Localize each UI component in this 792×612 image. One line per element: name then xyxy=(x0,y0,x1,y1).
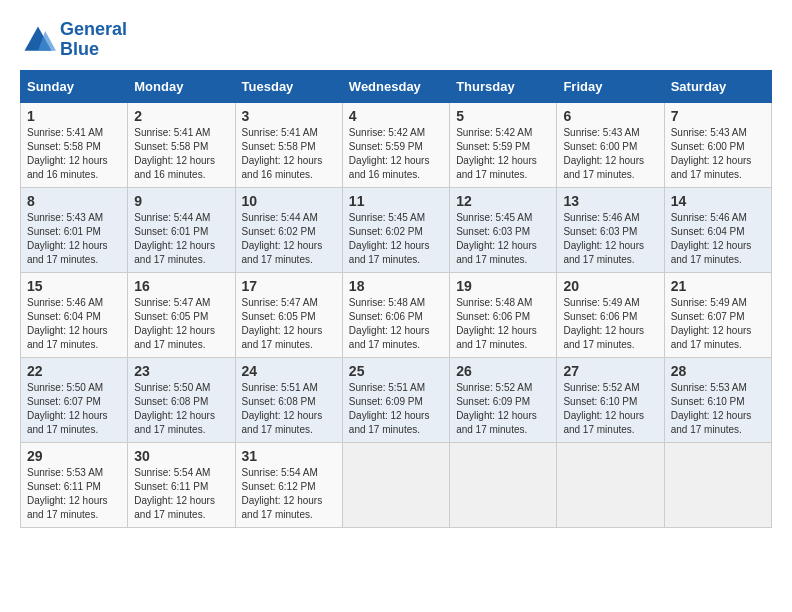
day-info: Sunrise: 5:43 AM Sunset: 6:01 PM Dayligh… xyxy=(27,211,121,267)
day-info: Sunrise: 5:47 AM Sunset: 6:05 PM Dayligh… xyxy=(134,296,228,352)
day-info: Sunrise: 5:49 AM Sunset: 6:07 PM Dayligh… xyxy=(671,296,765,352)
day-number: 17 xyxy=(242,278,336,294)
day-info: Sunrise: 5:46 AM Sunset: 6:03 PM Dayligh… xyxy=(563,211,657,267)
day-number: 9 xyxy=(134,193,228,209)
calendar-cell: 5 Sunrise: 5:42 AM Sunset: 5:59 PM Dayli… xyxy=(450,102,557,187)
day-number: 25 xyxy=(349,363,443,379)
day-number: 18 xyxy=(349,278,443,294)
calendar-cell: 8 Sunrise: 5:43 AM Sunset: 6:01 PM Dayli… xyxy=(21,187,128,272)
calendar-cell: 20 Sunrise: 5:49 AM Sunset: 6:06 PM Dayl… xyxy=(557,272,664,357)
weekday-header: Thursday xyxy=(450,70,557,102)
day-info: Sunrise: 5:50 AM Sunset: 6:08 PM Dayligh… xyxy=(134,381,228,437)
calendar-header-row: SundayMondayTuesdayWednesdayThursdayFrid… xyxy=(21,70,772,102)
day-info: Sunrise: 5:42 AM Sunset: 5:59 PM Dayligh… xyxy=(456,126,550,182)
calendar-cell: 27 Sunrise: 5:52 AM Sunset: 6:10 PM Dayl… xyxy=(557,357,664,442)
day-info: Sunrise: 5:49 AM Sunset: 6:06 PM Dayligh… xyxy=(563,296,657,352)
logo: General Blue xyxy=(20,20,127,60)
day-info: Sunrise: 5:51 AM Sunset: 6:09 PM Dayligh… xyxy=(349,381,443,437)
day-number: 2 xyxy=(134,108,228,124)
calendar-cell: 11 Sunrise: 5:45 AM Sunset: 6:02 PM Dayl… xyxy=(342,187,449,272)
day-number: 15 xyxy=(27,278,121,294)
calendar-cell: 15 Sunrise: 5:46 AM Sunset: 6:04 PM Dayl… xyxy=(21,272,128,357)
day-number: 4 xyxy=(349,108,443,124)
day-number: 3 xyxy=(242,108,336,124)
day-info: Sunrise: 5:46 AM Sunset: 6:04 PM Dayligh… xyxy=(27,296,121,352)
calendar-cell: 30 Sunrise: 5:54 AM Sunset: 6:11 PM Dayl… xyxy=(128,442,235,527)
day-info: Sunrise: 5:53 AM Sunset: 6:10 PM Dayligh… xyxy=(671,381,765,437)
calendar-table: SundayMondayTuesdayWednesdayThursdayFrid… xyxy=(20,70,772,528)
day-number: 12 xyxy=(456,193,550,209)
calendar-week-row: 8 Sunrise: 5:43 AM Sunset: 6:01 PM Dayli… xyxy=(21,187,772,272)
day-number: 5 xyxy=(456,108,550,124)
day-info: Sunrise: 5:48 AM Sunset: 6:06 PM Dayligh… xyxy=(456,296,550,352)
calendar-week-row: 22 Sunrise: 5:50 AM Sunset: 6:07 PM Dayl… xyxy=(21,357,772,442)
day-info: Sunrise: 5:41 AM Sunset: 5:58 PM Dayligh… xyxy=(27,126,121,182)
day-info: Sunrise: 5:43 AM Sunset: 6:00 PM Dayligh… xyxy=(671,126,765,182)
day-info: Sunrise: 5:52 AM Sunset: 6:10 PM Dayligh… xyxy=(563,381,657,437)
day-info: Sunrise: 5:48 AM Sunset: 6:06 PM Dayligh… xyxy=(349,296,443,352)
day-info: Sunrise: 5:45 AM Sunset: 6:02 PM Dayligh… xyxy=(349,211,443,267)
day-info: Sunrise: 5:51 AM Sunset: 6:08 PM Dayligh… xyxy=(242,381,336,437)
day-number: 22 xyxy=(27,363,121,379)
day-number: 20 xyxy=(563,278,657,294)
day-info: Sunrise: 5:41 AM Sunset: 5:58 PM Dayligh… xyxy=(134,126,228,182)
day-number: 19 xyxy=(456,278,550,294)
calendar-cell: 22 Sunrise: 5:50 AM Sunset: 6:07 PM Dayl… xyxy=(21,357,128,442)
day-number: 24 xyxy=(242,363,336,379)
calendar-cell: 19 Sunrise: 5:48 AM Sunset: 6:06 PM Dayl… xyxy=(450,272,557,357)
calendar-week-row: 29 Sunrise: 5:53 AM Sunset: 6:11 PM Dayl… xyxy=(21,442,772,527)
day-number: 31 xyxy=(242,448,336,464)
day-number: 16 xyxy=(134,278,228,294)
day-info: Sunrise: 5:45 AM Sunset: 6:03 PM Dayligh… xyxy=(456,211,550,267)
day-info: Sunrise: 5:52 AM Sunset: 6:09 PM Dayligh… xyxy=(456,381,550,437)
day-number: 13 xyxy=(563,193,657,209)
calendar-cell xyxy=(664,442,771,527)
logo-text: General Blue xyxy=(60,20,127,60)
day-number: 21 xyxy=(671,278,765,294)
weekday-header: Sunday xyxy=(21,70,128,102)
calendar-cell: 4 Sunrise: 5:42 AM Sunset: 5:59 PM Dayli… xyxy=(342,102,449,187)
day-info: Sunrise: 5:42 AM Sunset: 5:59 PM Dayligh… xyxy=(349,126,443,182)
calendar-cell: 7 Sunrise: 5:43 AM Sunset: 6:00 PM Dayli… xyxy=(664,102,771,187)
calendar-cell: 3 Sunrise: 5:41 AM Sunset: 5:58 PM Dayli… xyxy=(235,102,342,187)
day-info: Sunrise: 5:53 AM Sunset: 6:11 PM Dayligh… xyxy=(27,466,121,522)
calendar-cell: 16 Sunrise: 5:47 AM Sunset: 6:05 PM Dayl… xyxy=(128,272,235,357)
day-number: 27 xyxy=(563,363,657,379)
calendar-cell: 18 Sunrise: 5:48 AM Sunset: 6:06 PM Dayl… xyxy=(342,272,449,357)
calendar-cell xyxy=(342,442,449,527)
calendar-cell: 9 Sunrise: 5:44 AM Sunset: 6:01 PM Dayli… xyxy=(128,187,235,272)
weekday-header: Friday xyxy=(557,70,664,102)
weekday-header: Wednesday xyxy=(342,70,449,102)
calendar-cell: 2 Sunrise: 5:41 AM Sunset: 5:58 PM Dayli… xyxy=(128,102,235,187)
day-info: Sunrise: 5:54 AM Sunset: 6:11 PM Dayligh… xyxy=(134,466,228,522)
weekday-header: Tuesday xyxy=(235,70,342,102)
weekday-header: Saturday xyxy=(664,70,771,102)
calendar-cell: 23 Sunrise: 5:50 AM Sunset: 6:08 PM Dayl… xyxy=(128,357,235,442)
calendar-cell: 28 Sunrise: 5:53 AM Sunset: 6:10 PM Dayl… xyxy=(664,357,771,442)
day-info: Sunrise: 5:47 AM Sunset: 6:05 PM Dayligh… xyxy=(242,296,336,352)
day-number: 11 xyxy=(349,193,443,209)
day-number: 1 xyxy=(27,108,121,124)
calendar-week-row: 15 Sunrise: 5:46 AM Sunset: 6:04 PM Dayl… xyxy=(21,272,772,357)
calendar-cell: 24 Sunrise: 5:51 AM Sunset: 6:08 PM Dayl… xyxy=(235,357,342,442)
day-number: 7 xyxy=(671,108,765,124)
day-info: Sunrise: 5:46 AM Sunset: 6:04 PM Dayligh… xyxy=(671,211,765,267)
day-number: 26 xyxy=(456,363,550,379)
day-number: 29 xyxy=(27,448,121,464)
calendar-cell xyxy=(450,442,557,527)
weekday-header: Monday xyxy=(128,70,235,102)
day-info: Sunrise: 5:50 AM Sunset: 6:07 PM Dayligh… xyxy=(27,381,121,437)
day-info: Sunrise: 5:44 AM Sunset: 6:02 PM Dayligh… xyxy=(242,211,336,267)
calendar-cell: 21 Sunrise: 5:49 AM Sunset: 6:07 PM Dayl… xyxy=(664,272,771,357)
day-info: Sunrise: 5:41 AM Sunset: 5:58 PM Dayligh… xyxy=(242,126,336,182)
day-info: Sunrise: 5:44 AM Sunset: 6:01 PM Dayligh… xyxy=(134,211,228,267)
day-number: 23 xyxy=(134,363,228,379)
calendar-cell: 26 Sunrise: 5:52 AM Sunset: 6:09 PM Dayl… xyxy=(450,357,557,442)
day-number: 28 xyxy=(671,363,765,379)
calendar-cell: 29 Sunrise: 5:53 AM Sunset: 6:11 PM Dayl… xyxy=(21,442,128,527)
calendar-cell: 12 Sunrise: 5:45 AM Sunset: 6:03 PM Dayl… xyxy=(450,187,557,272)
day-number: 6 xyxy=(563,108,657,124)
day-info: Sunrise: 5:43 AM Sunset: 6:00 PM Dayligh… xyxy=(563,126,657,182)
page-header: General Blue xyxy=(20,20,772,60)
calendar-cell: 14 Sunrise: 5:46 AM Sunset: 6:04 PM Dayl… xyxy=(664,187,771,272)
